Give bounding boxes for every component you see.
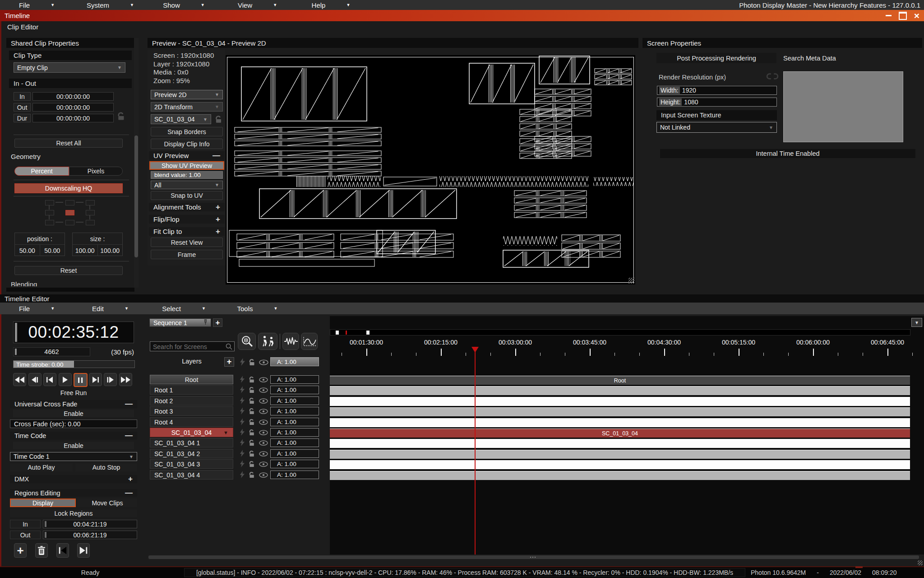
collapse-icon[interactable]: — — [125, 489, 133, 498]
track-clip-root[interactable]: Root — [330, 376, 910, 385]
universal-cross-fade-section[interactable]: Universal Cross Fade— — [10, 400, 137, 408]
lock-regions-button[interactable]: Lock Regions — [10, 509, 137, 517]
time-code-section[interactable]: Time Code— — [10, 432, 137, 440]
reset-all-button[interactable]: Reset All — [14, 139, 123, 148]
menu-help[interactable]: Help▼ — [294, 0, 368, 10]
blend-value-field[interactable]: blend value: 1.00 — [151, 171, 223, 179]
dmx-section[interactable]: DMX+ — [10, 475, 137, 483]
auto-stop-button[interactable]: Auto Stop — [75, 463, 137, 471]
eye-icon[interactable] — [259, 409, 268, 414]
free-run-button[interactable]: Free Run — [13, 389, 134, 397]
lock-open-icon[interactable] — [249, 439, 256, 446]
expand-icon[interactable]: + — [216, 203, 220, 212]
eye-icon[interactable] — [259, 420, 268, 425]
region-out-field[interactable]: 00:06:21:19 — [43, 531, 137, 539]
input-texture-select[interactable]: Not Linked▼ — [656, 122, 777, 133]
region-in-field[interactable]: 00:04:21:19 — [43, 520, 137, 528]
layer-alpha-field[interactable]: A: 1.00 — [270, 407, 319, 415]
timeline-window-titlebar[interactable]: Timeline × — [0, 10, 924, 21]
step-back-button[interactable] — [28, 373, 42, 386]
lock-open-icon[interactable] — [249, 450, 256, 457]
size-box[interactable]: size : 100.00 100.00 — [72, 233, 123, 256]
uv-target-select[interactable]: All▼ — [151, 181, 223, 189]
curve-tool-button[interactable] — [301, 333, 318, 350]
timeline-hscrollbar[interactable] — [148, 555, 921, 560]
maximize-icon[interactable] — [899, 12, 907, 20]
timeline-options-button[interactable]: ▼ — [911, 318, 922, 327]
eye-icon[interactable] — [259, 377, 268, 382]
layer-alpha-field[interactable]: A: 1.00 — [270, 428, 319, 437]
layer-label-sc_01_03_04-4[interactable]: SC_01_03_04 4 — [150, 470, 233, 480]
menu-file[interactable]: File▼ — [0, 0, 74, 10]
link-icon[interactable] — [766, 72, 779, 82]
timeline-menu-select[interactable]: Select▼ — [147, 303, 221, 313]
lightning-icon[interactable] — [240, 386, 245, 393]
snap-to-uv-button[interactable]: Snap to UV — [151, 191, 223, 200]
track-clip[interactable] — [330, 386, 910, 395]
eye-icon[interactable] — [259, 451, 268, 457]
fit-clip-to-section[interactable]: Fit Clip to+ — [149, 227, 225, 236]
downscaling-hq-button[interactable]: Downscaling HQ — [14, 183, 123, 193]
to-end-button[interactable] — [89, 373, 102, 386]
layer-label-root[interactable]: Root — [150, 375, 233, 384]
eye-icon[interactable] — [259, 398, 268, 404]
pixels-toggle[interactable]: Pixels — [69, 167, 123, 176]
eye-icon[interactable] — [259, 387, 268, 393]
minimap-marker[interactable] — [366, 331, 370, 335]
layer-label-root-1[interactable]: Root 1 — [150, 385, 233, 395]
layer-alpha-field[interactable]: A: 1.00 — [270, 449, 319, 458]
layer-label-sc_01_03_04-1[interactable]: SC_01_03_04 1 — [150, 438, 233, 447]
eye-icon[interactable] — [259, 430, 268, 435]
zoom-tool-button[interactable] — [238, 333, 256, 350]
lock-open-icon[interactable] — [249, 376, 256, 383]
minimap-marker[interactable] — [336, 331, 339, 335]
preview-clip-select[interactable]: SC_01_03_04▼ — [151, 114, 211, 124]
lightning-icon[interactable] — [240, 439, 245, 446]
layer-alpha-field[interactable]: A: 1.00 — [270, 460, 319, 468]
timeline-menu-edit[interactable]: Edit▼ — [74, 303, 147, 313]
tc-enable-button[interactable]: Enable — [13, 442, 134, 449]
track-clip[interactable] — [330, 460, 910, 469]
lock-open-icon[interactable] — [249, 419, 256, 425]
track-clip[interactable] — [330, 407, 910, 416]
collapse-icon[interactable]: — — [213, 151, 220, 160]
to-start-button[interactable] — [43, 373, 56, 386]
layer-alpha-field[interactable]: A: 1.00 — [270, 396, 319, 405]
lock-open-icon[interactable] — [249, 429, 256, 436]
layer-alpha-field[interactable]: A: 1.00 — [270, 418, 319, 426]
clip-type-select[interactable]: Empty Clip▼ — [14, 62, 125, 73]
lock-open-icon[interactable] — [116, 111, 126, 123]
menu-show[interactable]: Show▼ — [147, 0, 221, 10]
time-code-select[interactable]: Time Code 1▼ — [10, 452, 137, 461]
lock-open-icon[interactable] — [249, 387, 256, 393]
internal-time-button[interactable]: Internal Time Enabled — [660, 149, 915, 158]
eye-icon[interactable] — [259, 440, 268, 446]
lock-open-icon[interactable] — [249, 471, 256, 478]
pause-button[interactable] — [74, 373, 88, 387]
track-clip[interactable] — [330, 397, 910, 406]
ucf-enable-button[interactable]: Enable — [13, 410, 134, 417]
layer-alpha-field[interactable]: A: 1.00 — [270, 375, 319, 384]
snap-borders-button[interactable]: Snap Borders — [151, 127, 223, 136]
frame-number-field[interactable]: 4662 — [13, 347, 90, 356]
lock-open-icon[interactable] — [249, 408, 256, 415]
preview-mode-select[interactable]: Preview 2D▼ — [151, 90, 223, 99]
track-clip[interactable] — [330, 471, 910, 480]
next-region-button[interactable] — [77, 543, 90, 558]
height-field[interactable]: Height: 1080 — [657, 98, 777, 107]
expand-icon[interactable]: + — [216, 227, 220, 236]
position-box[interactable]: position : 50.00 50.00 — [14, 233, 65, 256]
lightning-icon[interactable] — [240, 376, 245, 383]
display-clip-info-button[interactable]: Display Clip Info — [151, 139, 223, 149]
layer-alpha-field[interactable]: A: 1.00 — [270, 386, 319, 394]
layers-alpha-field[interactable]: A: 1.00 — [270, 357, 319, 366]
layer-label-root-2[interactable]: Root 2 — [150, 396, 233, 406]
size-w[interactable]: 100.00 — [73, 245, 98, 256]
menu-system[interactable]: System▼ — [74, 0, 147, 10]
track-clip[interactable] — [330, 418, 910, 427]
anchor-grid[interactable] — [41, 199, 99, 225]
track-clip-sc_01_03_04[interactable]: SC_01_03_04 — [330, 429, 910, 438]
menu-view[interactable]: View▼ — [221, 0, 294, 10]
frame-button[interactable]: Frame — [151, 250, 223, 259]
auto-play-button[interactable]: Auto Play — [10, 463, 73, 471]
